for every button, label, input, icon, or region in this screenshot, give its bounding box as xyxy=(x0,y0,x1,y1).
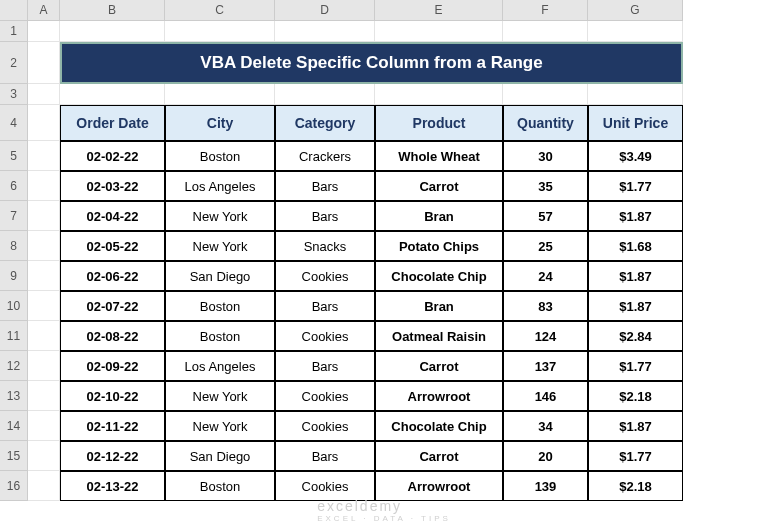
cell-city-11[interactable]: Boston xyxy=(165,321,275,351)
row-header-16[interactable]: 16 xyxy=(0,471,28,501)
select-all-corner[interactable] xyxy=(0,0,28,21)
col-header-G[interactable]: G xyxy=(588,0,683,21)
cell-price-16[interactable]: $2.18 xyxy=(588,471,683,501)
cell-C1[interactable] xyxy=(165,21,275,42)
cell-prod-6[interactable]: Carrot xyxy=(375,171,503,201)
cell-prod-10[interactable]: Bran xyxy=(375,291,503,321)
cell-A10[interactable] xyxy=(28,291,60,321)
cell-qty-10[interactable]: 83 xyxy=(503,291,588,321)
row-header-10[interactable]: 10 xyxy=(0,291,28,321)
cell-qty-9[interactable]: 24 xyxy=(503,261,588,291)
cell-A8[interactable] xyxy=(28,231,60,261)
cell-D3[interactable] xyxy=(275,84,375,105)
cell-prod-15[interactable]: Carrot xyxy=(375,441,503,471)
cell-price-15[interactable]: $1.77 xyxy=(588,441,683,471)
cell-prod-9[interactable]: Chocolate Chip xyxy=(375,261,503,291)
cell-prod-14[interactable]: Chocolate Chip xyxy=(375,411,503,441)
cell-prod-11[interactable]: Oatmeal Raisin xyxy=(375,321,503,351)
cell-city-7[interactable]: New York xyxy=(165,201,275,231)
th-product[interactable]: Product xyxy=(375,105,503,141)
cell-cat-5[interactable]: Crackers xyxy=(275,141,375,171)
th-city[interactable]: City xyxy=(165,105,275,141)
th-unit-price[interactable]: Unit Price xyxy=(588,105,683,141)
cell-city-16[interactable]: Boston xyxy=(165,471,275,501)
cell-city-10[interactable]: Boston xyxy=(165,291,275,321)
row-header-2[interactable]: 2 xyxy=(0,42,28,84)
cell-price-12[interactable]: $1.77 xyxy=(588,351,683,381)
cell-city-13[interactable]: New York xyxy=(165,381,275,411)
cell-A12[interactable] xyxy=(28,351,60,381)
cell-qty-7[interactable]: 57 xyxy=(503,201,588,231)
cell-G1[interactable] xyxy=(588,21,683,42)
cell-price-9[interactable]: $1.87 xyxy=(588,261,683,291)
cell-qty-16[interactable]: 139 xyxy=(503,471,588,501)
cell-qty-8[interactable]: 25 xyxy=(503,231,588,261)
cell-cat-8[interactable]: Snacks xyxy=(275,231,375,261)
cell-city-6[interactable]: Los Angeles xyxy=(165,171,275,201)
cell-date-8[interactable]: 02-05-22 xyxy=(60,231,165,261)
cell-E1[interactable] xyxy=(375,21,503,42)
cell-A9[interactable] xyxy=(28,261,60,291)
cell-price-8[interactable]: $1.68 xyxy=(588,231,683,261)
cell-qty-6[interactable]: 35 xyxy=(503,171,588,201)
cell-price-11[interactable]: $2.84 xyxy=(588,321,683,351)
cell-qty-12[interactable]: 137 xyxy=(503,351,588,381)
cell-A7[interactable] xyxy=(28,201,60,231)
th-quantity[interactable]: Quantity xyxy=(503,105,588,141)
col-header-B[interactable]: B xyxy=(60,0,165,21)
cell-A15[interactable] xyxy=(28,441,60,471)
row-header-3[interactable]: 3 xyxy=(0,84,28,105)
col-header-F[interactable]: F xyxy=(503,0,588,21)
cell-price-5[interactable]: $3.49 xyxy=(588,141,683,171)
cell-cat-7[interactable]: Bars xyxy=(275,201,375,231)
row-header-11[interactable]: 11 xyxy=(0,321,28,351)
row-header-12[interactable]: 12 xyxy=(0,351,28,381)
cell-A13[interactable] xyxy=(28,381,60,411)
title-cell[interactable]: VBA Delete Specific Column from a Range xyxy=(60,42,683,84)
cell-date-15[interactable]: 02-12-22 xyxy=(60,441,165,471)
cell-prod-8[interactable]: Potato Chips xyxy=(375,231,503,261)
col-header-A[interactable]: A xyxy=(28,0,60,21)
cell-cat-9[interactable]: Cookies xyxy=(275,261,375,291)
cell-F1[interactable] xyxy=(503,21,588,42)
row-header-15[interactable]: 15 xyxy=(0,441,28,471)
cell-A2[interactable] xyxy=(28,42,60,84)
cell-date-12[interactable]: 02-09-22 xyxy=(60,351,165,381)
th-category[interactable]: Category xyxy=(275,105,375,141)
row-header-6[interactable]: 6 xyxy=(0,171,28,201)
cell-cat-15[interactable]: Bars xyxy=(275,441,375,471)
cell-A14[interactable] xyxy=(28,411,60,441)
cell-city-9[interactable]: San Diego xyxy=(165,261,275,291)
row-header-7[interactable]: 7 xyxy=(0,201,28,231)
row-header-1[interactable]: 1 xyxy=(0,21,28,42)
row-header-13[interactable]: 13 xyxy=(0,381,28,411)
cell-price-6[interactable]: $1.77 xyxy=(588,171,683,201)
cell-price-10[interactable]: $1.87 xyxy=(588,291,683,321)
cell-cat-13[interactable]: Cookies xyxy=(275,381,375,411)
cell-B1[interactable] xyxy=(60,21,165,42)
cell-price-13[interactable]: $2.18 xyxy=(588,381,683,411)
cell-date-16[interactable]: 02-13-22 xyxy=(60,471,165,501)
row-header-4[interactable]: 4 xyxy=(0,105,28,141)
cell-A3[interactable] xyxy=(28,84,60,105)
cell-prod-13[interactable]: Arrowroot xyxy=(375,381,503,411)
cell-E3[interactable] xyxy=(375,84,503,105)
cell-D1[interactable] xyxy=(275,21,375,42)
cell-cat-11[interactable]: Cookies xyxy=(275,321,375,351)
cell-A6[interactable] xyxy=(28,171,60,201)
cell-cat-14[interactable]: Cookies xyxy=(275,411,375,441)
cell-qty-13[interactable]: 146 xyxy=(503,381,588,411)
cell-city-15[interactable]: San Diego xyxy=(165,441,275,471)
cell-prod-5[interactable]: Whole Wheat xyxy=(375,141,503,171)
cell-C3[interactable] xyxy=(165,84,275,105)
cell-qty-5[interactable]: 30 xyxy=(503,141,588,171)
cell-A11[interactable] xyxy=(28,321,60,351)
row-header-9[interactable]: 9 xyxy=(0,261,28,291)
cell-F3[interactable] xyxy=(503,84,588,105)
cell-date-10[interactable]: 02-07-22 xyxy=(60,291,165,321)
cell-qty-15[interactable]: 20 xyxy=(503,441,588,471)
cell-prod-16[interactable]: Arrowroot xyxy=(375,471,503,501)
row-header-5[interactable]: 5 xyxy=(0,141,28,171)
col-header-D[interactable]: D xyxy=(275,0,375,21)
row-header-8[interactable]: 8 xyxy=(0,231,28,261)
